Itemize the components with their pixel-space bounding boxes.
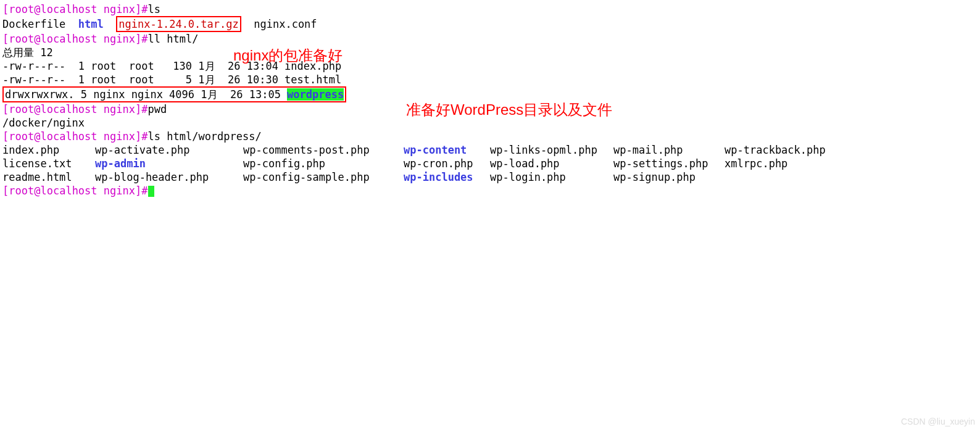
ll-row: -rw-r--r-- 1 root root 5 1月 26 10:30 tes… [2, 73, 978, 86]
prompt-bracket: [ [2, 3, 9, 15]
watermark: CSDN @liu_xueyin [901, 415, 975, 428]
dir-wp-admin: wp-admin [95, 157, 243, 170]
highlight-box-tarball: nginx-1.24.0.tar.gz [116, 16, 241, 32]
prompt-user: root [9, 3, 34, 15]
terminal-line[interactable]: [root@localhost nginx]# [2, 184, 978, 197]
ll-total: 总用量 12 [2, 46, 978, 59]
command-ll: ll html/ [148, 33, 199, 45]
command-ls: ls [148, 3, 160, 15]
wp-row: license.txtwp-adminwp-config.phpwp-cron.… [2, 157, 978, 170]
prompt-dir: nginx [104, 3, 135, 15]
ll-row-wordpress: drwxrwxrwx. 5 nginx nginx 4096 1月 26 13:… [2, 86, 978, 102]
file-dockerfile: Dockerfile [2, 18, 65, 30]
wp-row: readme.htmlwp-blog-header.phpwp-config-s… [2, 170, 978, 184]
terminal-line: [root@localhost nginx]#ls html/wordpress… [2, 130, 978, 143]
ls-output: Dockerfile html nginx-1.24.0.tar.gz ngin… [2, 16, 978, 32]
prompt-hash: # [141, 3, 147, 15]
wp-row: index.phpwp-activate.phpwp-comments-post… [2, 143, 978, 157]
dir-html: html [78, 18, 104, 30]
dir-wp-content: wp-content [404, 143, 490, 157]
cursor-icon [148, 186, 154, 197]
annotation-wordpress: 准备好WordPress目录以及文件 [406, 102, 612, 117]
highlight-box-wordpress: drwxrwxrwx. 5 nginx nginx 4096 1月 26 13:… [2, 86, 346, 102]
dir-wordpress: wordpress [287, 88, 344, 101]
dir-wp-includes: wp-includes [404, 170, 490, 184]
pwd-output: /docker/nginx [2, 116, 978, 130]
command-pwd: pwd [148, 103, 167, 115]
terminal-line: [root@localhost nginx]#ll html/ [2, 32, 978, 46]
annotation-nginx: nginx的包准备好 [233, 48, 343, 63]
file-nginx-conf: nginx.conf [254, 18, 317, 30]
ll-row: -rw-r--r-- 1 root root 130 1月 26 13:04 i… [2, 59, 978, 73]
prompt-host: localhost [40, 3, 97, 15]
terminal-line: [root@localhost nginx]#ls [2, 2, 978, 16]
file-tarball: nginx-1.24.0.tar.gz [118, 18, 238, 30]
command-ls-wp: ls html/wordpress/ [148, 130, 262, 143]
